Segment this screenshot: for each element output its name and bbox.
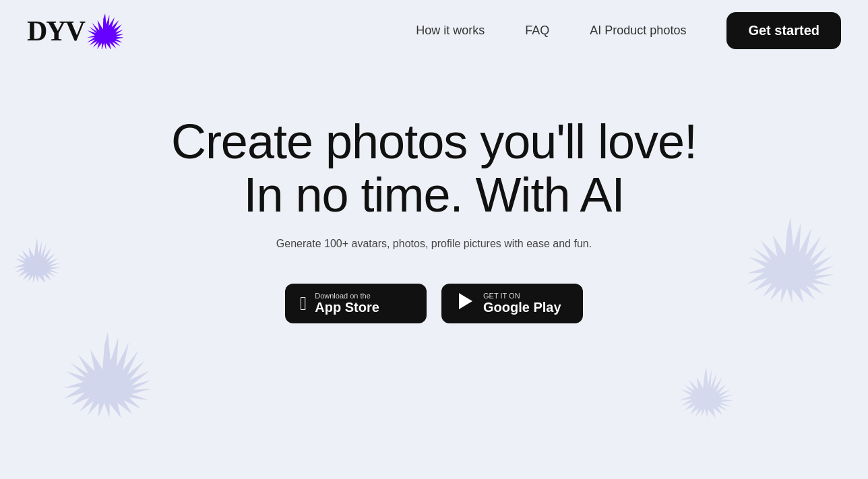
logo-text: DYV — [27, 15, 84, 47]
google-play-button[interactable]: GET IT ON Google Play — [441, 284, 583, 323]
logo-burst-icon — [87, 13, 123, 49]
google-play-label-large: Google Play — [483, 300, 561, 315]
logo: DYV — [27, 13, 123, 49]
hero-title: Create photos you'll love! In no time. W… — [0, 115, 868, 222]
google-play-icon — [456, 292, 475, 315]
google-play-label-small: GET IT ON — [483, 292, 520, 300]
nav-how-it-works[interactable]: How it works — [416, 24, 485, 38]
apple-icon:  — [300, 293, 307, 315]
hero-section: Create photos you'll love! In no time. W… — [0, 61, 868, 323]
navbar: DYV How it works FAQ AI Product photos G… — [0, 0, 868, 61]
app-store-button[interactable]:  Download on the App Store — [285, 284, 427, 323]
nav-faq[interactable]: FAQ — [525, 24, 549, 38]
get-started-button[interactable]: Get started — [726, 12, 841, 49]
app-store-label-small: Download on the — [315, 292, 371, 300]
hero-title-line1: Create photos you'll love! — [171, 115, 697, 168]
app-buttons:  Download on the App Store GET IT ON Go… — [0, 284, 868, 323]
app-store-label-large: App Store — [315, 300, 379, 315]
hero-subtitle: Generate 100+ avatars, photos, profile p… — [0, 238, 868, 250]
nav-links: How it works FAQ AI Product photos — [416, 24, 686, 38]
svg-marker-0 — [459, 293, 472, 309]
hero-title-line2: In no time. With AI — [243, 168, 624, 222]
nav-ai-product-photos[interactable]: AI Product photos — [590, 24, 686, 38]
